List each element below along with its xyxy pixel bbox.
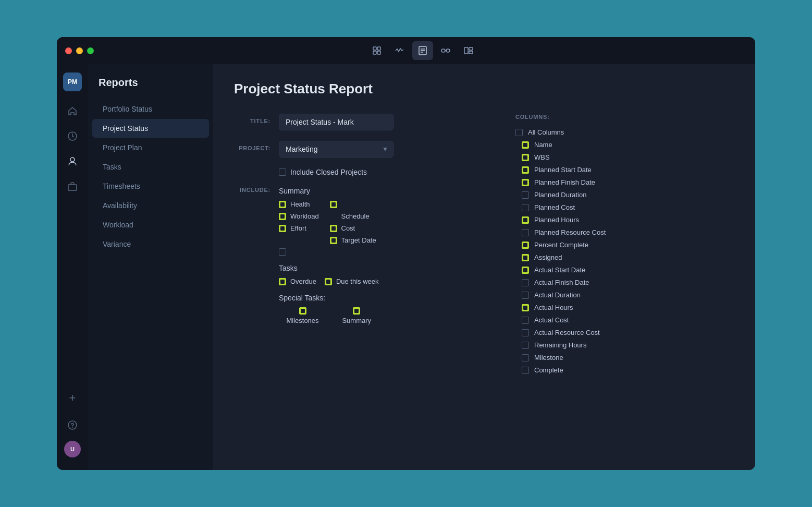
col-planned-start-date-checkbox[interactable]	[522, 166, 529, 174]
workload-item: Workload	[279, 212, 322, 220]
col-actual-cost-checkbox[interactable]	[522, 317, 529, 324]
col-percent-complete-checkbox[interactable]	[522, 242, 529, 249]
sidebar-item-availability[interactable]: Availability	[92, 196, 209, 215]
col-name-checkbox[interactable]	[522, 141, 529, 149]
minimize-button[interactable]	[76, 47, 83, 54]
traffic-lights	[65, 47, 94, 54]
col-actual-duration-checkbox[interactable]	[522, 292, 529, 299]
toolbar-layout-btn[interactable]	[458, 41, 479, 60]
cost-checkbox[interactable]	[330, 237, 337, 244]
title-label: TITLE:	[234, 114, 270, 124]
all-columns-checkbox[interactable]	[515, 129, 523, 136]
col-milestone: Milestone	[522, 354, 734, 361]
col-name: Name	[522, 141, 734, 149]
column-list: Name WBS Planned Start Date Planned	[522, 141, 734, 374]
col-wbs-checkbox[interactable]	[522, 154, 529, 161]
col-remaining-hours-label: Remaining Hours	[534, 341, 586, 349]
col-planned-finish-date-checkbox[interactable]	[522, 179, 529, 186]
pm-logo[interactable]: PM	[63, 73, 82, 91]
col-planned-hours-label: Planned Hours	[534, 216, 579, 224]
col-planned-duration: Planned Duration	[522, 191, 734, 199]
svg-rect-11	[464, 47, 468, 54]
svg-rect-0	[373, 47, 376, 50]
sidebar-item-project-plan[interactable]: Project Plan	[92, 138, 209, 157]
toolbar	[98, 41, 747, 60]
col-planned-hours: Planned Hours	[522, 216, 734, 224]
col-planned-cost-checkbox[interactable]	[522, 204, 529, 211]
main-content: Project Status Report TITLE: PROJECT:	[213, 64, 755, 470]
icon-nav	[61, 100, 84, 384]
effort-item: Cost	[330, 224, 379, 232]
due-this-week-checkbox[interactable]	[325, 278, 332, 285]
col-planned-hours-checkbox[interactable]	[522, 216, 529, 224]
col-actual-start-date: Actual Start Date	[522, 266, 734, 274]
schedule-box-checkbox[interactable]	[330, 201, 337, 208]
col-actual-resource-cost-label: Actual Resource Cost	[534, 329, 600, 336]
user-avatar[interactable]: U	[64, 441, 81, 457]
col-assigned-label: Assigned	[534, 254, 562, 261]
form-left: TITLE: PROJECT: Marketing Sales Engineer…	[234, 114, 474, 379]
close-button[interactable]	[65, 47, 72, 54]
col-remaining-hours-checkbox[interactable]	[522, 342, 529, 349]
col-assigned-checkbox[interactable]	[522, 254, 529, 261]
summary-title: Summary	[279, 187, 379, 195]
col-planned-duration-checkbox[interactable]	[522, 191, 529, 199]
overdue-checkbox[interactable]	[279, 278, 286, 285]
main-area: PM	[57, 64, 755, 470]
toolbar-link-btn[interactable]	[435, 41, 456, 60]
nav-work-icon[interactable]	[61, 175, 84, 198]
col-actual-hours-label: Actual Hours	[534, 304, 573, 311]
col-planned-resource-cost: Planned Resource Cost	[522, 228, 734, 236]
milestones-label: Milestones	[286, 317, 318, 324]
toolbar-report-btn[interactable]	[412, 41, 433, 60]
col-actual-finish-date-checkbox[interactable]	[522, 279, 529, 286]
col-actual-duration-label: Actual Duration	[534, 291, 581, 299]
overdue-label: Overdue	[290, 277, 316, 285]
col-actual-start-date-checkbox[interactable]	[522, 267, 529, 274]
milestones-checkbox[interactable]	[299, 307, 306, 315]
nav-home-icon[interactable]	[61, 100, 84, 123]
title-input[interactable]	[279, 114, 393, 130]
icon-sidebar-bottom: + ? U	[61, 387, 84, 462]
project-select-wrapper: Marketing Sales Engineering ▼	[279, 141, 393, 158]
nav-add-icon[interactable]: +	[61, 387, 84, 409]
toolbar-activity-btn[interactable]	[389, 41, 410, 60]
include-label: INCLUDE:	[234, 187, 270, 333]
nav-recent-icon[interactable]	[61, 125, 84, 148]
col-planned-start-date: Planned Start Date	[522, 166, 734, 174]
sidebar-item-project-status[interactable]: Project Status	[92, 119, 209, 138]
sidebar-item-timesheets[interactable]: Timesheets	[92, 177, 209, 196]
sidebar-item-variance[interactable]: Variance	[92, 235, 209, 254]
workload-checkbox[interactable]	[279, 213, 286, 220]
schedule-item: Schedule	[330, 212, 379, 220]
include-closed-row: Include Closed Projects	[279, 168, 474, 176]
col-complete-checkbox[interactable]	[522, 367, 529, 374]
project-row: PROJECT: Marketing Sales Engineering ▼	[234, 141, 474, 158]
include-closed-checkbox[interactable]	[279, 168, 286, 176]
col-actual-resource-cost-checkbox[interactable]	[522, 329, 529, 336]
col-planned-start-date-label: Planned Start Date	[534, 166, 592, 174]
budget-checkbox[interactable]	[279, 225, 286, 232]
target-date-checkbox[interactable]	[279, 248, 286, 256]
cost-item: Target Date	[330, 236, 379, 244]
effort-checkbox[interactable]	[330, 225, 337, 232]
summary-tasks-checkbox[interactable]	[353, 307, 360, 315]
col-actual-hours-checkbox[interactable]	[522, 304, 529, 311]
sidebar-item-workload[interactable]: Workload	[92, 215, 209, 234]
toolbar-search-btn[interactable]	[366, 41, 387, 60]
sidebar-item-portfolio-status[interactable]: Portfolio Status	[92, 100, 209, 118]
maximize-button[interactable]	[87, 47, 94, 54]
col-planned-resource-cost-checkbox[interactable]	[522, 229, 529, 236]
sidebar-item-tasks[interactable]: Tasks	[92, 158, 209, 176]
project-select[interactable]: Marketing Sales Engineering	[279, 141, 393, 158]
form-layout: TITLE: PROJECT: Marketing Sales Engineer…	[234, 114, 734, 379]
col-actual-start-date-label: Actual Start Date	[534, 266, 585, 274]
overdue-item: Overdue	[279, 277, 316, 285]
nav-people-icon[interactable]	[61, 150, 84, 173]
col-actual-resource-cost: Actual Resource Cost	[522, 329, 734, 336]
special-grid: Milestones Summary	[279, 307, 379, 324]
nav-help-icon[interactable]: ?	[61, 414, 84, 437]
col-milestone-checkbox[interactable]	[522, 354, 529, 361]
form-right: COLUMNS: All Columns Name	[515, 114, 734, 379]
health-checkbox[interactable]	[279, 201, 286, 208]
